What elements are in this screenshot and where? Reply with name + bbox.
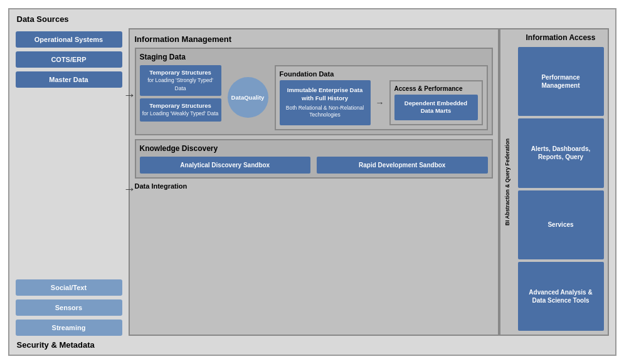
information-management-area: Information Management Staging Data Temp… — [129, 28, 499, 336]
source-social-text[interactable]: Social/Text — [16, 279, 122, 296]
security-metadata-label: Security & Metadata — [17, 340, 95, 350]
source-sensors[interactable]: Sensors — [16, 299, 122, 316]
analytical-discovery-sandbox[interactable]: Analytical Discovery Sandbox — [140, 157, 311, 174]
foundation-inner: Immutable Enterprise Data with Full Hist… — [280, 80, 483, 125]
source-master-data[interactable]: Master Data — [16, 71, 122, 88]
access-area: Access & Performance Dependent Embedded … — [389, 80, 483, 125]
arrow-foundation-to-access: → — [376, 98, 384, 108]
info-mgmt-label: Information Management — [135, 34, 493, 44]
arrow-top: → — [124, 88, 136, 102]
right-boxes: Information Access Performance Managemen… — [514, 29, 608, 335]
staging-area: Staging Data Temporary Structures for Lo… — [135, 48, 493, 135]
foundation-area: Foundation Data Immutable Enterprise Dat… — [275, 65, 488, 130]
foundation-label: Foundation Data — [280, 70, 483, 78]
data-sources-label: Data Sources — [17, 14, 69, 24]
knowledge-label: Knowledge Discovery — [140, 144, 488, 153]
knowledge-inner: Analytical Discovery Sandbox Rapid Devel… — [140, 157, 488, 174]
staging-label: Staging Data — [140, 53, 488, 61]
dependent-box: Dependent Embedded Data Marts — [394, 95, 478, 120]
advanced-analysis-box[interactable]: Advanced Analysis & Data Science Tools — [518, 262, 604, 331]
data-quality-circle: Data Quality — [228, 77, 268, 118]
temp-weak-box: Temporary Structures for Loading 'Weakly… — [140, 98, 221, 122]
alerts-dashboards-box[interactable]: Alerts, Dashboards, Reports, Query — [518, 118, 604, 187]
source-streaming[interactable]: Streaming — [16, 320, 122, 336]
rapid-development-sandbox[interactable]: Rapid Development Sandbox — [317, 157, 488, 174]
right-information-access: BI Abstraction & Query Federation Inform… — [499, 28, 609, 336]
arrow-bottom: → — [124, 182, 136, 196]
staging-left: Temporary Structures for Loading 'Strong… — [140, 65, 221, 130]
source-cots-erp[interactable]: COTS/ERP — [16, 51, 122, 68]
left-data-sources: Operational Systems COTS/ERP Master Data… — [16, 31, 122, 336]
right-inner: BI Abstraction & Query Federation Inform… — [499, 28, 609, 336]
staging-inner: Temporary Structures for Loading 'Strong… — [140, 65, 488, 130]
services-box[interactable]: Services — [518, 190, 604, 259]
data-integration-label: Data Integration — [135, 182, 493, 190]
bi-abstraction-label: BI Abstraction & Query Federation — [500, 29, 514, 335]
source-operational-systems[interactable]: Operational Systems — [16, 31, 122, 48]
immutable-box: Immutable Enterprise Data with Full Hist… — [280, 80, 371, 125]
knowledge-discovery-area: Knowledge Discovery Analytical Discovery… — [135, 139, 493, 179]
performance-management-box[interactable]: Performance Management — [518, 47, 604, 116]
info-access-label: Information Access — [518, 33, 604, 42]
diagram-wrapper: Data Sources Security & Metadata Operati… — [8, 8, 616, 356]
access-label: Access & Performance — [394, 85, 478, 92]
temp-strong-box: Temporary Structures for Loading 'Strong… — [140, 65, 221, 96]
